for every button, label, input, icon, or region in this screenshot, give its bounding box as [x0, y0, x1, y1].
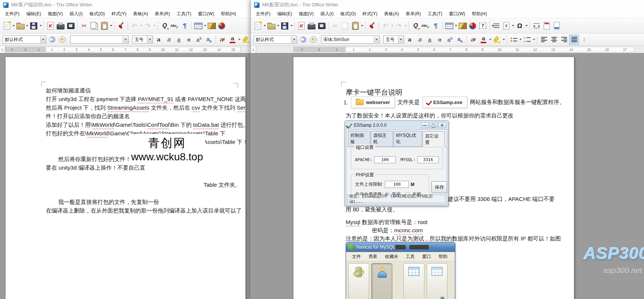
- menu-item[interactable]: 插入(I): [317, 10, 337, 18]
- cut-button-disabled[interactable]: ✂: [330, 21, 340, 31]
- print-preview-button[interactable]: [66, 21, 76, 31]
- open-button[interactable]: [15, 21, 25, 31]
- special-character-dropdown[interactable]: [525, 21, 528, 31]
- connection-button[interactable]: [348, 263, 369, 299]
- document-page[interactable]: 如何增加频道通信 打开 unity3d 工程在 payment 下选择 PAYM…: [5, 57, 246, 299]
- strikethrough-button[interactable]: a: [435, 35, 445, 45]
- title-bar[interactable]: MK配置说明.doc - Trio Office Writer: [251, 0, 644, 10]
- italic-button[interactable]: a: [415, 35, 425, 45]
- paste-button[interactable]: [350, 21, 360, 31]
- update-style-button[interactable]: [298, 35, 308, 45]
- menu-item[interactable]: 格式(O): [86, 10, 108, 18]
- tab-mysql-optimize[interactable]: MYSQL优化: [393, 131, 422, 147]
- clear-formatting-button[interactable]: a✗: [468, 35, 478, 45]
- font-color-dropdown[interactable]: [489, 35, 492, 45]
- tab-other-settings[interactable]: 其它设置: [422, 131, 445, 147]
- save-button[interactable]: [280, 21, 290, 31]
- align-left-button[interactable]: [539, 35, 549, 45]
- menu-item[interactable]: 帮助(H): [468, 10, 490, 18]
- copy-button[interactable]: [89, 21, 99, 31]
- insert-bookmark-button[interactable]: [491, 21, 501, 31]
- table-dropdown[interactable]: [454, 21, 458, 31]
- font-name-select[interactable]: 宋体;SimSun: [321, 35, 380, 44]
- close-button[interactable]: ✕: [438, 122, 446, 128]
- bold-button[interactable]: a: [154, 35, 164, 45]
- export-pdf-button[interactable]: K: [45, 21, 56, 31]
- undo-dropdown[interactable]: [390, 21, 394, 31]
- menu-item[interactable]: 表单(R): [151, 10, 173, 18]
- table-button[interactable]: [403, 263, 424, 299]
- spellcheck-button[interactable]: Abc✓: [421, 21, 431, 31]
- font-size-select[interactable]: 五号: [132, 35, 153, 44]
- menu-item[interactable]: 视图(V): [44, 10, 66, 18]
- strikethrough-button[interactable]: a: [184, 35, 194, 45]
- insert-image-button[interactable]: [207, 21, 217, 31]
- export-pdf-button[interactable]: K: [296, 21, 307, 31]
- open-dropdown[interactable]: [276, 21, 280, 31]
- justify-button[interactable]: [569, 35, 579, 45]
- font-select-arrow[interactable]: [123, 36, 128, 43]
- menu-item[interactable]: 文件(F): [1, 10, 23, 18]
- underline-button[interactable]: a: [174, 35, 184, 45]
- paragraph-style-select[interactable]: 默认样式: [3, 35, 46, 44]
- insert-text-box-button[interactable]: T: [478, 21, 488, 31]
- redo-button[interactable]: ↷: [143, 21, 153, 31]
- redo-dropdown[interactable]: [153, 21, 156, 31]
- menu-item[interactable]: 窗口(W): [446, 10, 468, 18]
- formatting-marks-button[interactable]: ¶: [431, 21, 441, 31]
- insert-table-button[interactable]: [193, 21, 203, 31]
- tab-stop-selector[interactable]: L: [0, 46, 5, 53]
- font-size-select[interactable]: 五号: [383, 35, 404, 44]
- paste-dropdown[interactable]: [109, 21, 113, 31]
- insert-page-break-button[interactable]: [531, 21, 541, 31]
- essamp-exe-image[interactable]: ESSamp.exe: [422, 97, 467, 108]
- spellcheck-button[interactable]: Abc✓: [170, 21, 180, 31]
- maximize-button[interactable]: ▢: [430, 122, 437, 128]
- insert-chart-button[interactable]: [468, 21, 478, 31]
- insert-image-button[interactable]: [458, 21, 468, 31]
- style-select-arrow[interactable]: [291, 36, 297, 43]
- align-right-button[interactable]: [559, 35, 569, 45]
- menu-item[interactable]: 工具(T): [173, 10, 195, 18]
- numbered-list-button[interactable]: 1 2: [522, 35, 532, 45]
- align-center-button[interactable]: [549, 35, 559, 45]
- horizontal-ruler[interactable]: L 321 1234567891011121314151617: [251, 46, 644, 54]
- menu-item[interactable]: 样式(Y): [359, 10, 381, 18]
- font-color-button[interactable]: a: [227, 35, 238, 45]
- save-dropdown[interactable]: [290, 21, 293, 31]
- italic-button[interactable]: a: [164, 35, 174, 45]
- find-replace-button[interactable]: Q: [160, 21, 170, 31]
- style-select-arrow[interactable]: [40, 36, 46, 43]
- menu-item[interactable]: 视图(V): [295, 10, 317, 18]
- redo-button[interactable]: ↷: [394, 21, 404, 31]
- insert-footer-button[interactable]: [552, 21, 562, 31]
- print-preview-button[interactable]: [317, 21, 327, 31]
- underline-button[interactable]: a: [425, 35, 435, 45]
- menu-item[interactable]: 表单(R): [402, 10, 424, 18]
- subscript-button[interactable]: ab: [204, 35, 214, 45]
- new-style-button[interactable]: [57, 35, 67, 45]
- apache-port-input[interactable]: 100: [374, 156, 396, 163]
- menu-item[interactable]: 文件(F): [252, 10, 274, 18]
- open-dropdown[interactable]: [25, 21, 29, 31]
- undo-dropdown[interactable]: [139, 21, 143, 31]
- new-style-button[interactable]: [308, 35, 318, 45]
- copy-button-disabled[interactable]: [340, 21, 350, 31]
- undo-button[interactable]: ↶: [129, 21, 139, 31]
- line-spacing-button[interactable]: ↕: [579, 35, 589, 45]
- font-color-button[interactable]: a: [478, 35, 489, 45]
- page-number-dropdown[interactable]: [511, 21, 515, 31]
- superscript-button[interactable]: ab: [445, 35, 455, 45]
- superscript-button[interactable]: ab: [194, 35, 204, 45]
- undo-button[interactable]: ↶: [380, 21, 390, 31]
- paste-button[interactable]: [99, 21, 109, 31]
- document-page[interactable]: 摩卡一键平台说明 1. webserver 文件夹是 ESSamp.exe 网站…: [293, 57, 574, 299]
- save-dropdown[interactable]: [39, 21, 42, 31]
- menu-item[interactable]: 帮助(H): [217, 10, 239, 18]
- redo-dropdown[interactable]: [404, 21, 407, 31]
- view-button[interactable]: [427, 263, 447, 299]
- new-document-dropdown[interactable]: [12, 21, 15, 31]
- menu-item[interactable]: 表格(A): [381, 10, 402, 18]
- open-button[interactable]: [266, 21, 276, 31]
- webserver-folder-image[interactable]: webserver: [351, 97, 395, 108]
